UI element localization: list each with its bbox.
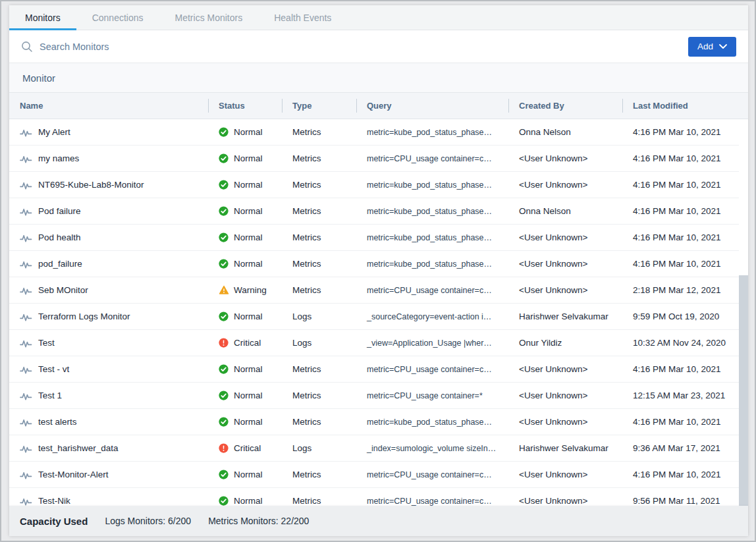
monitor-name-cell: my names [9,153,208,163]
status-cell: Normal [208,206,282,216]
status-label: Normal [234,259,263,269]
status-normal-icon [219,259,229,269]
monitor-name: Seb MOnitor [38,285,88,295]
vertical-scrollbar[interactable] [739,119,748,506]
table-row[interactable]: My AlertNormalMetricsmetric=kube_pod_sta… [9,119,748,146]
chevron-down-icon [719,44,727,49]
last-modified-cell: 9:59 PM Oct 19, 2020 [622,312,748,321]
status-normal-icon [219,470,229,479]
app-window: MonitorsConnectionsMetrics MonitorsHealt… [0,0,756,542]
monitors-panel: MonitorsConnectionsMetrics MonitorsHealt… [9,5,748,536]
monitor-name-cell: Test - vt [9,364,208,374]
status-label: Normal [234,364,263,374]
table-row[interactable]: pod_failureNormalMetricsmetric=kube_pod_… [9,251,748,277]
monitor-name: My Alert [38,127,70,137]
pulse-icon [20,207,32,216]
monitor-name-cell: Test 1 [9,391,208,400]
created-by-cell: <User Unknown> [508,153,622,163]
last-modified-cell: 9:36 AM Mar 17, 2021 [622,443,748,453]
created-by-cell: <User Unknown> [508,364,622,374]
monitor-name: Test 1 [38,391,62,400]
pulse-icon [20,233,32,242]
status-normal-icon [219,232,229,242]
last-modified-cell: 9:56 PM Mar 11, 2021 [622,496,748,506]
logs-monitors-stat: Logs Monitors: 6/200 [105,516,191,526]
monitor-name-cell: Test [9,338,208,348]
status-normal-icon [219,180,229,190]
table-row[interactable]: Test-Monitor-AlertNormalMetricsmetric=CP… [9,462,748,488]
table-row[interactable]: Test - vtNormalMetricsmetric=CPU_usage c… [9,356,748,383]
status-cell: Normal [208,180,282,190]
monitor-name: test_harishwer_data [38,443,119,453]
status-cell: Normal [208,470,282,479]
monitor-name-cell: NT695-Kube-Lab8-Monitor [9,180,208,190]
last-modified-cell: 4:16 PM Mar 10, 2021 [622,232,748,242]
status-label: Normal [234,232,263,242]
table-row[interactable]: Test-NikNormalMetricsmetric=CPU_usage co… [9,488,748,506]
monitor-type-cell: Metrics [282,391,356,400]
monitor-name-cell: test_harishwer_data [9,443,208,453]
add-button[interactable]: Add [688,37,736,57]
column-header-query[interactable]: Query [356,93,508,119]
column-header-last-modified[interactable]: Last Modified [622,93,748,119]
monitor-name: NT695-Kube-Lab8-Monitor [38,180,144,190]
column-header-created-by[interactable]: Created By [508,93,622,119]
tab-connections[interactable]: Connections [76,5,159,30]
status-cell: Normal [208,232,282,242]
monitor-name-cell: My Alert [9,127,208,137]
monitor-query-cell: metric=CPU_usage container=c… [356,470,508,479]
table-row[interactable]: TestCriticalLogs_view=Application_Usage … [9,330,748,356]
pulse-icon [20,312,32,321]
monitor-type-cell: Metrics [282,285,356,295]
pulse-icon [20,391,32,400]
last-modified-cell: 4:16 PM Mar 10, 2021 [622,180,748,190]
column-header-name[interactable]: Name [9,93,208,119]
table-row[interactable]: test alertsNormalMetricsmetric=kube_pod_… [9,409,748,435]
column-header-status[interactable]: Status [208,93,282,119]
table-row[interactable]: Terraform Logs MonitorNormalLogs_sourceC… [9,304,748,330]
monitor-name: Test-Nik [38,496,70,506]
monitor-name: Pod failure [38,206,81,216]
table-header: NameStatusTypeQueryCreated ByLast Modifi… [9,93,748,119]
status-cell: Critical [208,338,282,348]
table-row[interactable]: Test 1NormalMetricsmetric=CPU_usage cont… [9,383,748,409]
scrollbar-thumb[interactable] [739,275,748,507]
status-critical-icon [219,338,229,348]
monitor-type-cell: Metrics [282,127,356,137]
created-by-cell: Harishwer Selvakumar [508,312,622,321]
created-by-cell: Harishwer Selvakumar [508,443,622,453]
status-normal-icon [219,417,229,427]
status-normal-icon [219,127,229,137]
table-row[interactable]: Pod healthNormalMetricsmetric=kube_pod_s… [9,225,748,251]
created-by-cell: <User Unknown> [508,470,622,479]
monitor-name-cell: Test-Monitor-Alert [9,470,208,479]
table-row[interactable]: test_harishwer_dataCriticalLogs_index=su… [9,435,748,462]
status-normal-icon [219,496,229,506]
status-cell: Normal [208,364,282,374]
created-by-cell: Onna Nelson [508,206,622,216]
monitor-type-cell: Metrics [282,206,356,216]
monitor-name: Test-Monitor-Alert [38,470,109,479]
pulse-icon [20,444,32,453]
monitor-name-cell: test alerts [9,417,208,427]
tab-metrics-monitors[interactable]: Metrics Monitors [159,5,259,30]
status-cell: Normal [208,391,282,400]
table-row[interactable]: my namesNormalMetricsmetric=CPU_usage co… [9,146,748,172]
table-row[interactable]: Seb MOnitorWarningMetricsmetric=CPU_usag… [9,277,748,304]
tab-health-events[interactable]: Health Events [258,5,347,30]
table-row[interactable]: Pod failureNormalMetricsmetric=kube_pod_… [9,198,748,225]
status-normal-icon [219,364,229,374]
search-input[interactable] [40,41,688,52]
created-by-cell: Onna Nelson [508,127,622,137]
tab-monitors[interactable]: Monitors [9,5,76,30]
status-label: Normal [234,417,263,427]
status-cell: Normal [208,417,282,427]
monitor-query-cell: metric=kube_pod_status_phase… [356,418,508,427]
monitor-query-cell: metric=CPU_usage container=c… [356,365,508,374]
pulse-icon [20,365,32,374]
table-row[interactable]: NT695-Kube-Lab8-MonitorNormalMetricsmetr… [9,172,748,198]
add-button-label: Add [697,41,713,51]
status-label: Normal [234,206,263,216]
section-title: Monitor [22,72,55,84]
column-header-type[interactable]: Type [282,93,356,119]
